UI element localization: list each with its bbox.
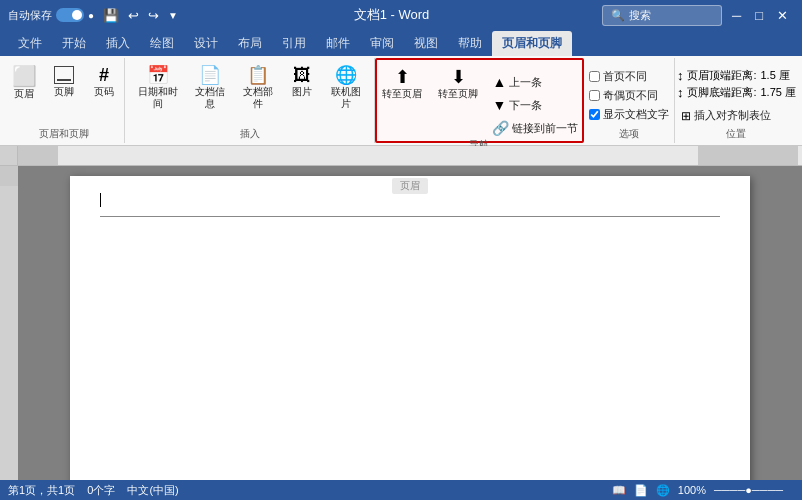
title-bar-right: 🔍 搜索 ─ □ ✕ [602,5,794,26]
ruler-corner [0,146,18,165]
text-cursor [100,193,101,207]
tab-home[interactable]: 开始 [52,31,96,56]
group-options: 首页不同 奇偶页不同 显示文档文字 选项 [584,58,675,143]
ribbon-tabs: 文件 开始 插入 绘图 设计 布局 引用 邮件 审阅 视图 帮助 页眉和页脚 [0,30,802,56]
vertical-ruler-svg [0,166,18,480]
pagenumber-label: 页码 [94,86,114,98]
body-content[interactable] [70,217,750,437]
view-print-icon[interactable]: 📄 [634,484,648,497]
option-show-doctext-checkbox[interactable] [589,109,600,120]
docinfo-icon: 📄 [199,66,221,84]
footer-distance-row: ↕ 页脚底端距离: 1.75 厘 [677,85,796,100]
footer-distance-icon: ↕ [677,85,684,100]
tab-view[interactable]: 视图 [404,31,448,56]
tab-insert[interactable]: 插入 [96,31,140,56]
link-prev-button[interactable]: 🔗 链接到前一节 [488,118,582,138]
next-section-label: 下一条 [509,98,542,113]
image-icon: 🖼 [293,66,311,84]
redo-icon[interactable]: ↪ [145,6,162,25]
document-title: 文档1 - Word [354,6,430,24]
tab-help[interactable]: 帮助 [448,31,492,56]
group-insert-label: 插入 [131,127,368,143]
zoom-slider[interactable]: ────●──── [714,484,794,496]
option-firstpage-checkbox[interactable] [589,71,600,82]
search-icon: 🔍 [611,9,625,22]
prev-section-button[interactable]: ▲ 上一条 [488,72,582,92]
title-bar-center: 文档1 - Word [354,6,430,24]
goto-header-icon: ⬆ [395,68,410,86]
group-options-label: 选项 [590,127,668,143]
docparts-label: 文档部件 [240,86,276,110]
header-distance-value: 1.5 厘 [761,68,790,83]
tab-file[interactable]: 文件 [8,31,52,56]
footer-distance-label: 页脚底端距离: [687,85,756,100]
customize-icon[interactable]: ▼ [165,8,181,23]
group-insert: 📅 日期和时间 📄 文档信息 📋 文档部件 🖼 图片 🌐 联机图片 插入 [125,58,375,143]
svg-rect-0 [18,146,802,166]
view-web-icon[interactable]: 🌐 [656,484,670,497]
option-oddeven-different[interactable]: 奇偶页不同 [587,87,671,104]
maximize-button[interactable]: □ [749,6,769,25]
tab-draw[interactable]: 绘图 [140,31,184,56]
link-prev-label: 链接到前一节 [512,121,578,136]
close-button[interactable]: ✕ [771,6,794,25]
tab-mailings[interactable]: 邮件 [316,31,360,56]
save-icon[interactable]: 💾 [100,6,122,25]
footer-distance-value: 1.75 厘 [761,85,796,100]
goto-header-button[interactable]: ⬆ 转至页眉 [376,66,428,102]
image-label: 图片 [292,86,312,98]
view-read-icon[interactable]: 📖 [612,484,626,497]
datetime-icon: 📅 [147,66,169,84]
goto-footer-button[interactable]: ⬇ 转至页脚 [432,66,484,102]
footer-button[interactable]: 页脚 [46,64,82,100]
onlineimage-button[interactable]: 🌐 联机图片 [324,64,368,112]
autosave-toggle[interactable] [56,8,84,22]
group-header-footer-content: ⬜ 页眉 页脚 # 页码 [6,60,122,127]
position-list: ↕ 页眉顶端距离: 1.5 厘 ↕ 页脚底端距离: 1.75 厘 ⊞ 插入对齐制… [677,64,796,125]
autosave-label: 自动保存 [8,8,52,23]
option-firstpage-different[interactable]: 首页不同 [587,68,671,85]
header-button[interactable]: ⬜ 页眉 [6,64,42,102]
document-container: 页眉 [0,166,802,480]
option-show-doctext[interactable]: 显示文档文字 [587,106,671,123]
group-options-content: 首页不同 奇偶页不同 显示文档文字 [587,60,671,127]
autosave-area: 自动保存 ● [8,8,94,23]
group-navigation: ⬆ 转至页眉 ⬇ 转至页脚 ▲ 上一条 ▼ [375,58,583,143]
docparts-icon: 📋 [247,66,269,84]
datetime-label: 日期和时间 [135,86,180,110]
next-section-button[interactable]: ▼ 下一条 [488,95,582,115]
footer-icon [54,66,74,84]
image-button[interactable]: 🖼 图片 [284,64,320,100]
prev-section-label: 上一条 [509,75,542,90]
pagenumber-icon: # [99,66,109,84]
prev-section-icon: ▲ [492,74,506,90]
docinfo-button[interactable]: 📄 文档信息 [188,64,232,112]
onlineimage-icon: 🌐 [335,66,357,84]
window-controls: ─ □ ✕ [726,6,794,25]
page-area[interactable]: 页眉 [18,166,802,480]
option-oddeven-checkbox[interactable] [589,90,600,101]
pagenumber-button[interactable]: # 页码 [86,64,122,100]
title-bar-left: 自动保存 ● 💾 ↩ ↪ ▼ [8,6,181,25]
tab-references[interactable]: 引用 [272,31,316,56]
group-position-label: 位置 [681,127,792,143]
insert-tab-button[interactable]: ⊞ 插入对齐制表位 [677,106,796,125]
search-box[interactable]: 🔍 搜索 [602,5,722,26]
tab-review[interactable]: 审阅 [360,31,404,56]
datetime-button[interactable]: 📅 日期和时间 [131,64,184,112]
tab-layout[interactable]: 布局 [228,31,272,56]
docparts-button[interactable]: 📋 文档部件 [236,64,280,112]
link-prev-icon: 🔗 [492,120,509,136]
group-header-footer: ⬜ 页眉 页脚 # 页码 页眉和页脚 [4,58,125,143]
footer-label: 页脚 [54,86,74,98]
undo-icon[interactable]: ↩ [125,6,142,25]
ruler-svg [18,146,802,166]
page-count: 第1页，共1页 [8,483,75,498]
autosave-icon: ● [88,10,94,21]
tab-header-footer[interactable]: 页眉和页脚 [492,31,572,56]
svg-rect-3 [0,166,18,480]
tab-design[interactable]: 设计 [184,31,228,56]
header-label: 页眉 [14,88,34,100]
option-firstpage-label: 首页不同 [603,69,647,84]
minimize-button[interactable]: ─ [726,6,747,25]
